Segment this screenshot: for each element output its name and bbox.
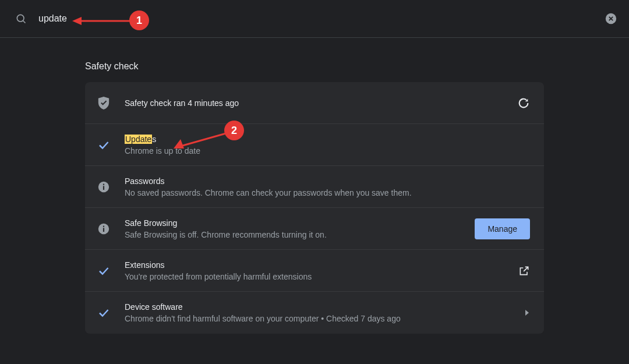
svg-rect-5 [103,183,104,185]
info-icon [97,222,111,236]
svg-point-0 [17,15,24,22]
check-icon [97,138,111,152]
check-icon [97,306,111,320]
info-icon [97,180,111,194]
manage-button[interactable]: Manage [475,218,530,239]
close-icon[interactable] [605,12,617,25]
search-input[interactable] [38,13,605,24]
row-device-software[interactable]: Device software Chrome didn't find harmf… [85,292,544,334]
row-title: Extensions [125,260,511,270]
row-title: Passwords [125,176,530,186]
row-extensions[interactable]: Extensions You're protected from potenti… [85,250,544,292]
refresh-icon[interactable] [517,97,530,109]
row-sub: Safe Browsing is off. Chrome recommends … [125,230,475,239]
row-overview: Safety check ran 4 minutes ago [85,82,544,124]
open-external-icon[interactable] [518,265,530,277]
row-updates[interactable]: Updates Chrome is up to date [85,124,544,166]
svg-rect-4 [103,186,104,190]
row-passwords[interactable]: Passwords No saved passwords. Chrome can… [85,166,544,208]
search-bar [0,0,629,38]
safety-check-card: Safety check ran 4 minutes ago Updates C… [85,82,544,334]
check-icon [97,264,111,278]
search-icon [15,13,27,24]
row-sub: You're protected from potentially harmfu… [125,272,511,281]
shield-check-icon [97,96,111,110]
row-title: Safety check ran 4 minutes ago [125,98,510,108]
row-sub: Chrome is up to date [125,146,530,156]
chevron-right-icon[interactable] [524,310,530,316]
svg-line-1 [23,21,26,23]
row-title: Device software [125,302,517,312]
row-title: Safe Browsing [125,218,475,228]
row-safe-browsing[interactable]: Safe Browsing Safe Browsing is off. Chro… [85,208,544,250]
svg-rect-7 [103,228,104,232]
row-sub: No saved passwords. Chrome can check you… [125,188,530,197]
row-sub: Chrome didn't find harmful software on y… [125,314,517,323]
svg-rect-8 [103,225,104,227]
row-title: Updates [125,135,530,144]
section-title: Safety check [85,61,629,72]
